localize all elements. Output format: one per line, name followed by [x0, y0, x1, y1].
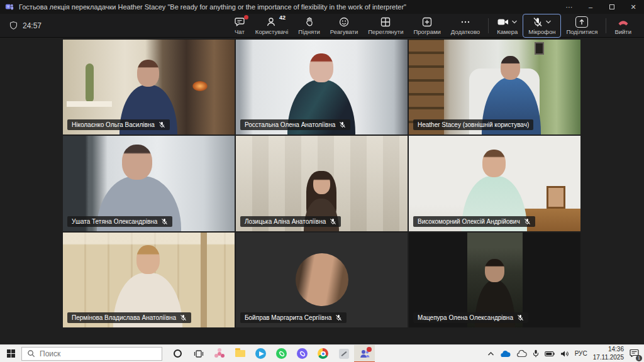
mic-muted-icon: [161, 218, 168, 225]
clock[interactable]: 14:36 17.11.2025: [593, 346, 624, 361]
window-title: Гостьова лекція перекладачки Heather Sta…: [19, 3, 406, 11]
mic-muted-icon: [532, 16, 543, 28]
more-dots-icon: [460, 16, 471, 28]
chat-label: Чат: [235, 28, 245, 35]
microphone-label: Мікрофон: [528, 28, 555, 35]
participant-name: Лозицька Аліна Анатоліївна: [245, 218, 326, 225]
flower-app-icon[interactable]: [209, 345, 230, 362]
react-label: Реагувати: [330, 28, 358, 35]
participant-tile[interactable]: Мацепура Олена Олександрівна: [409, 233, 580, 327]
window-minimize-button[interactable]: –: [580, 0, 601, 14]
shield-icon: [9, 21, 18, 30]
more-button[interactable]: Додатково: [446, 14, 485, 38]
meeting-stage: Ніколаєнко Ольга Василівна Росстальна Ол…: [0, 38, 644, 344]
maximize-icon: [609, 4, 614, 9]
mic-muted-icon: [335, 314, 342, 321]
cortana-icon[interactable]: [167, 345, 188, 362]
window-maximize-button[interactable]: [601, 0, 623, 14]
clock-date: 17.11.2025: [593, 354, 624, 362]
teams-app-icon: T: [5, 3, 14, 11]
search-input[interactable]: [40, 349, 147, 358]
speaker-icon[interactable]: [560, 350, 569, 358]
windows-taskbar: РУС 14:36 17.11.2025 1: [0, 344, 644, 362]
raise-hand-label: Підняти: [298, 28, 320, 35]
participant-tile[interactable]: Високоморний Олексій Андрійович: [409, 136, 580, 231]
teams-taskbar-icon[interactable]: [354, 345, 375, 362]
participant-tile[interactable]: Ушата Тетяна Олександрівна: [63, 136, 235, 231]
search-icon: [27, 349, 35, 358]
participant-tile[interactable]: Лозицька Аліна Анатоліївна: [236, 136, 408, 231]
pen-app-icon[interactable]: [333, 345, 354, 362]
mic-muted-icon: [158, 121, 165, 128]
battery-icon[interactable]: [545, 351, 555, 357]
apps-plus-icon: [421, 16, 433, 28]
task-view-icon[interactable]: [188, 345, 209, 362]
window-close-button[interactable]: ✕: [623, 0, 644, 14]
participant-tile[interactable]: Ніколаєнко Ольга Василівна: [63, 40, 235, 134]
react-button[interactable]: Реагувати: [325, 14, 363, 38]
grid-view-icon: [380, 16, 391, 28]
participant-name-label: Високоморний Олексій Андрійович: [413, 216, 535, 227]
participants-label: Користувачі: [255, 28, 288, 35]
participant-name: Росстальна Олена Анатоліївна: [245, 121, 335, 128]
window-titlebar: T Гостьова лекція перекладачки Heather S…: [0, 0, 644, 14]
participant-tile[interactable]: Росстальна Олена Анатоліївна: [236, 40, 408, 134]
participant-name-label: Росстальна Олена Анатоліївна: [240, 119, 350, 130]
participants-count-badge: 42: [279, 14, 286, 21]
mic-chevron-icon[interactable]: [545, 19, 552, 25]
participant-name-label: Heather Stacey (зовнішній користувач): [413, 119, 533, 130]
view-label: Переглянути: [368, 28, 403, 35]
camera-chevron-icon[interactable]: [511, 19, 518, 25]
notification-count-badge: 1: [636, 355, 642, 361]
mic-muted-icon: [517, 314, 524, 321]
toolbar-divider: [606, 18, 606, 33]
participant-name-label: Ушата Тетяна Олександрівна: [67, 216, 172, 227]
participant-tile[interactable]: Пермінова Владислава Анатоліївна: [63, 233, 235, 327]
camera-button[interactable]: Камера: [492, 14, 523, 38]
react-icon: [338, 16, 350, 28]
participant-tile[interactable]: Бойправ Маргарита Сергіївна: [236, 233, 408, 327]
tray-chevron-up-icon[interactable]: [487, 351, 494, 356]
taskbar-search[interactable]: [21, 347, 162, 361]
weather-cloud-icon[interactable]: [516, 350, 527, 358]
view-button[interactable]: Переглянути: [363, 14, 408, 38]
participant-name-label: Бойправ Маргарита Сергіївна: [240, 312, 347, 323]
leave-button[interactable]: Вийти: [609, 14, 636, 38]
onedrive-icon[interactable]: [500, 350, 511, 358]
telegram-icon[interactable]: [250, 345, 271, 362]
timer-value: 24:57: [23, 21, 42, 30]
tray-mic-icon[interactable]: [533, 349, 539, 358]
share-icon: [575, 16, 588, 28]
chat-button[interactable]: Чат: [229, 14, 250, 38]
camera-label: Камера: [497, 28, 518, 35]
participant-tile-active-speaker[interactable]: Heather Stacey (зовнішній користувач): [409, 40, 580, 134]
mic-muted-icon: [180, 314, 187, 321]
participant-name: Високоморний Олексій Андрійович: [418, 218, 520, 225]
apps-button[interactable]: Програми: [409, 14, 446, 38]
share-button[interactable]: Поділитися: [561, 14, 602, 38]
language-indicator[interactable]: РУС: [575, 350, 587, 357]
participants-button[interactable]: 42 Користувачі: [250, 14, 293, 38]
participant-name: Пермінова Владислава Анатоліївна: [72, 314, 176, 321]
windows-logo-icon: [7, 349, 15, 358]
microphone-button[interactable]: Мікрофон: [523, 14, 561, 38]
chat-unread-dot: [244, 15, 248, 19]
teams-notification-dot: [367, 347, 372, 352]
chrome-icon[interactable]: [313, 345, 333, 362]
hangup-icon: [617, 16, 630, 28]
start-button[interactable]: [0, 345, 21, 362]
participant-name-label: Ніколаєнко Ольга Василівна: [67, 119, 170, 130]
viber-icon[interactable]: [292, 345, 313, 362]
file-explorer-icon[interactable]: [230, 345, 250, 362]
whatsapp-icon[interactable]: [271, 345, 292, 362]
apps-label: Програми: [414, 28, 441, 35]
action-center-icon[interactable]: 1: [630, 348, 639, 359]
more-label: Додатково: [451, 28, 480, 35]
window-more-button[interactable]: ⋯: [558, 0, 580, 14]
participant-name-label: Пермінова Владислава Анатоліївна: [67, 312, 191, 323]
mic-muted-icon: [339, 121, 346, 128]
participant-name: Бойправ Маргарита Сергіївна: [245, 314, 331, 321]
svg-text:T: T: [7, 4, 9, 9]
participant-name-label: Лозицька Аліна Анатоліївна: [240, 216, 341, 227]
raise-hand-button[interactable]: Підняти: [293, 14, 325, 38]
